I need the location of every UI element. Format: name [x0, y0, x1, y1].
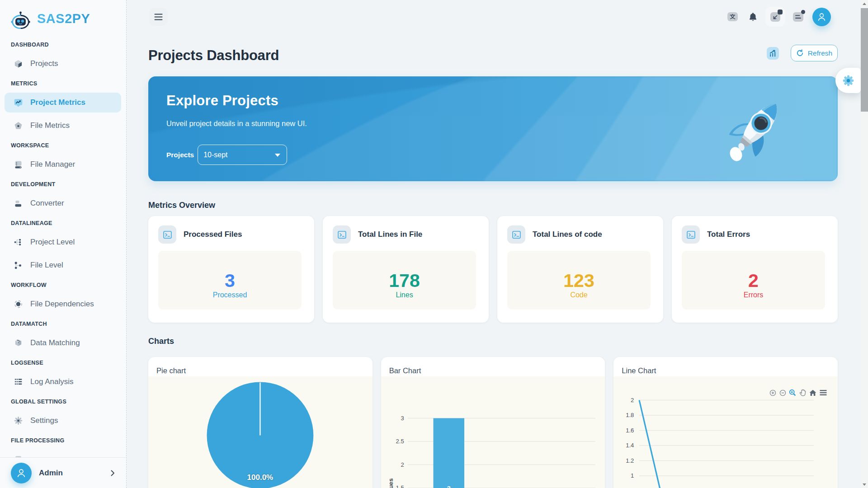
section-label-development: DEVELOPMENT — [11, 181, 120, 188]
metric-card-header: Total Lines in File — [333, 225, 479, 244]
sidebar-item-projects[interactable]: Projects — [5, 54, 121, 74]
section-label-logsense: LOGSENSE — [11, 359, 120, 366]
scrollbar[interactable] — [861, 0, 868, 488]
bar-chart-card: Bar Chart 3 Values 3 2.5 2 1.5 — [381, 357, 605, 488]
metric-panel: 178 Lines — [333, 251, 476, 310]
section-label-workspace: WORKSPACE — [11, 142, 120, 149]
sidebar-item-file-level[interactable]: File Level — [5, 255, 121, 275]
sidebar-item-file-manager[interactable]: File Manager — [5, 155, 121, 174]
brand-logo: SAS2PY — [0, 0, 126, 28]
refresh-button[interactable]: Refresh — [791, 45, 838, 61]
metric-card-total-errors: Total Errors 2 Errors — [672, 216, 838, 323]
line-ytick: 1.2 — [615, 457, 634, 465]
sidebar-item-data-matching[interactable]: Data Matching — [5, 333, 121, 353]
caret-down-icon — [275, 154, 280, 157]
metrics-overview-heading: Metrics Overview — [148, 201, 838, 210]
section-label-workflow: WORKFLOW — [11, 282, 120, 289]
metric-panel: 3 Processed — [158, 251, 302, 310]
hero-title: Explore Projects — [166, 93, 307, 109]
sidebar-item-label: Project Metrics — [30, 98, 85, 107]
page-actions: Refresh — [767, 45, 838, 61]
refresh-label: Refresh — [808, 49, 832, 57]
bar-value-label: 3 — [447, 485, 450, 488]
settings-fab[interactable] — [835, 68, 861, 93]
zoom-in-icon[interactable] — [769, 389, 776, 396]
sidebar-item-label: File Manager — [30, 160, 75, 169]
main-content: Projects Dashboard Refresh — [127, 0, 868, 488]
scroll-down-arrow[interactable] — [861, 481, 868, 488]
home-icon[interactable] — [809, 389, 816, 396]
line-ytick: 1 — [615, 472, 634, 479]
sidebar-nav: DASHBOARD Projects METRICS Project Metri… — [0, 28, 126, 457]
line-series — [639, 400, 674, 488]
terminal-icon — [682, 225, 700, 244]
line-ytick: 2 — [615, 397, 634, 404]
sidebar-item-label: File Metrics — [30, 121, 70, 130]
section-label-global-settings: GLOBAL SETTINGS — [11, 398, 120, 405]
translate-button[interactable] — [727, 12, 738, 21]
refresh-icon — [796, 49, 804, 57]
scroll-up-arrow[interactable] — [861, 0, 868, 7]
sidebar-user-footer[interactable]: Admin — [0, 457, 126, 488]
sidebar: SAS2PY DASHBOARD Projects METRICS Projec… — [0, 0, 127, 488]
projects-select[interactable]: 10-sept — [198, 145, 287, 165]
section-label-datamatch: DATAMATCH — [11, 320, 120, 328]
pie-chart[interactable]: 100.0% — [148, 376, 373, 488]
section-label-metrics: METRICS — [11, 80, 120, 87]
topbar-actions — [727, 7, 838, 27]
hamburger-menu-button[interactable] — [149, 8, 167, 26]
metric-value: 2 — [748, 271, 759, 290]
sidebar-item-label: Projects — [30, 59, 58, 68]
sidebar-item-file-dependencies[interactable]: File Dependencies — [5, 294, 121, 314]
list-icon — [14, 378, 23, 386]
line-chart-title: Line Chart — [622, 366, 656, 375]
brand-name: SAS2PY — [37, 11, 90, 26]
metric-card-total-lines-of-code: Total Lines of code 123 Code — [497, 216, 663, 323]
zoom-icon[interactable] — [789, 389, 796, 396]
zoom-out-icon[interactable] — [779, 389, 786, 396]
tree-icon — [14, 238, 23, 247]
collapse-icon[interactable] — [770, 12, 780, 22]
sidebar-item-converter[interactable]: Converter — [5, 193, 121, 213]
metric-unit: Lines — [396, 291, 413, 299]
sidebar-item-project-metrics[interactable]: Project Metrics — [5, 93, 121, 113]
line-ytick: 1.4 — [615, 442, 634, 449]
sidebar-item-file-processing[interactable] — [5, 450, 121, 457]
hero-content: Explore Projects Unveil project details … — [166, 76, 307, 165]
menu-icon[interactable] — [820, 389, 827, 396]
projects-select-value: 10-sept — [203, 151, 227, 159]
metric-unit: Processed — [213, 291, 247, 299]
metric-value: 3 — [225, 271, 235, 290]
chevron-right-icon — [109, 469, 116, 477]
scrollbar-thumb[interactable] — [861, 8, 868, 112]
package-icon — [14, 339, 23, 347]
metric-card-header: Processed Files — [158, 225, 304, 244]
profile-avatar[interactable] — [812, 8, 831, 26]
collapse-button-wrap — [765, 7, 785, 27]
notes-icon[interactable] — [793, 12, 803, 22]
hero-form: Projects 10-sept — [166, 145, 307, 165]
sidebar-item-file-metrics[interactable]: File Metrics — [5, 116, 121, 136]
sidebar-item-settings[interactable]: Settings — [5, 411, 121, 431]
pan-icon[interactable] — [799, 389, 807, 396]
sidebar-item-log-analysis[interactable]: Log Analysis — [5, 372, 121, 392]
bar-ytick: 2 — [385, 461, 404, 469]
sidebar-item-label: Converter — [30, 199, 64, 208]
page-title: Projects Dashboard — [148, 47, 279, 64]
sidebar-item-label: Settings — [30, 416, 58, 425]
terminal-icon — [333, 225, 351, 244]
pie-slice-label: 100.0% — [247, 473, 274, 482]
section-label-dashboard: DASHBOARD — [11, 41, 120, 48]
bar-chart[interactable]: 3 Values — [381, 376, 605, 488]
trend-badge-icon — [14, 99, 23, 107]
metric-card-processed-files: Processed Files 3 Processed — [148, 216, 314, 323]
metric-value: 178 — [389, 271, 420, 290]
rocket-illustration — [727, 101, 779, 164]
metric-title: Total Lines in File — [358, 230, 422, 239]
chart-stats-button[interactable] — [767, 47, 779, 60]
metrics-cards: Processed Files 3 Processed Total Lines … — [148, 216, 838, 323]
sidebar-item-label: Project Level — [30, 238, 75, 247]
sidebar-item-project-level[interactable]: Project Level — [5, 232, 121, 252]
sidebar-item-label: File Dependencies — [30, 300, 94, 309]
bell-icon[interactable] — [749, 12, 757, 22]
